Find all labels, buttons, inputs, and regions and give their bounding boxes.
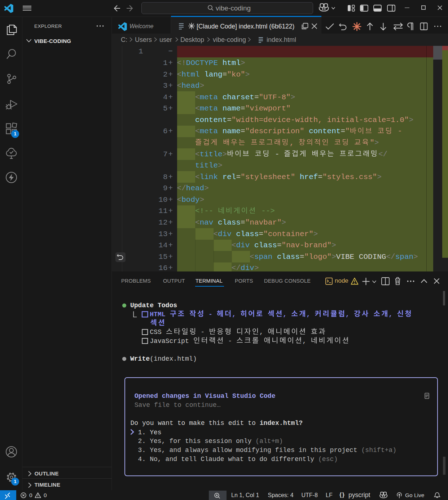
svg-text:file: file xyxy=(154,401,170,409)
svg-text:4.: 4. xyxy=(138,456,146,463)
svg-text:": " xyxy=(370,139,374,147)
svg-text:"viewport": "viewport" xyxy=(245,104,291,113)
svg-text:class: class xyxy=(277,253,300,261)
svg-text:+: + xyxy=(168,230,173,238)
svg-text:"width=device-width,: "width=device-width, xyxy=(232,116,322,124)
svg-text:+: + xyxy=(168,184,173,192)
svg-text:title: title xyxy=(195,161,218,170)
svg-text:"container": "container" xyxy=(263,230,313,238)
svg-text:+: + xyxy=(168,207,173,215)
svg-text:=: = xyxy=(241,218,245,227)
svg-text:(alt+m): (alt+m) xyxy=(255,438,283,445)
svg-text:rel: rel xyxy=(223,173,236,181)
svg-text:"ko": "ko" xyxy=(227,70,245,79)
svg-text:<: < xyxy=(195,93,200,101)
svg-text:>: > xyxy=(254,264,259,271)
svg-text:do: do xyxy=(259,456,267,463)
svg-text:div: div xyxy=(241,264,254,271)
svg-text:1: 1 xyxy=(163,59,168,67)
svg-text:=: = xyxy=(318,173,322,181)
svg-text:=: = xyxy=(236,173,241,181)
svg-text:>: > xyxy=(409,116,414,124)
svg-text:this: this xyxy=(185,438,201,445)
svg-text:Do: Do xyxy=(130,419,138,427)
svg-text:"styles.css": "styles.css" xyxy=(322,173,377,181)
svg-text:CODING: CODING xyxy=(359,253,386,261)
svg-text:Claude: Claude xyxy=(201,456,224,463)
svg-text:"nav-brand": "nav-brand" xyxy=(282,241,332,249)
svg-text:"navbar": "navbar" xyxy=(245,218,282,227)
svg-text:14: 14 xyxy=(158,241,167,249)
svg-text:<: < xyxy=(195,127,200,135)
svg-text:No,: No, xyxy=(150,456,162,463)
svg-text:Yes: Yes xyxy=(150,429,162,436)
svg-text:>: > xyxy=(282,218,286,227)
svg-text:3: 3 xyxy=(163,82,168,90)
svg-text:": " xyxy=(345,127,350,135)
svg-text:</: </ xyxy=(232,264,241,271)
svg-text:content: content xyxy=(195,116,227,124)
svg-text:>: > xyxy=(313,230,318,238)
svg-text:Studio: Studio xyxy=(232,392,256,400)
svg-text:<: < xyxy=(213,230,218,238)
svg-text:to: to xyxy=(248,456,256,463)
svg-text:link: link xyxy=(200,173,218,181)
svg-text:<: < xyxy=(195,150,200,158)
svg-text:(shift+a): (shift+a) xyxy=(361,447,396,454)
svg-text:+: + xyxy=(168,150,173,158)
svg-text:8: 8 xyxy=(163,173,168,181)
svg-text:=: = xyxy=(254,93,259,101)
svg-text:=: = xyxy=(341,127,345,135)
svg-text:edit: edit xyxy=(228,419,244,427)
svg-text:changes: changes xyxy=(162,392,189,400)
svg-text:+: + xyxy=(168,218,173,227)
svg-text:=: = xyxy=(241,104,245,113)
svg-text:<: < xyxy=(177,82,182,90)
svg-text:to: to xyxy=(248,419,256,427)
svg-text:=: = xyxy=(241,127,245,135)
svg-text:"UTF-8": "UTF-8" xyxy=(259,93,291,101)
svg-text:>: > xyxy=(200,82,205,90)
svg-text:meta: meta xyxy=(200,93,218,101)
svg-text:class: class xyxy=(254,241,277,249)
svg-text:>: > xyxy=(245,70,250,79)
svg-text:(esc): (esc) xyxy=(318,456,338,463)
svg-text:files: files xyxy=(275,447,295,454)
svg-text:<: < xyxy=(195,173,200,181)
svg-text:=: = xyxy=(227,116,232,124)
svg-text:>: > xyxy=(413,253,418,261)
svg-text:+: + xyxy=(168,104,173,113)
svg-text:meta: meta xyxy=(200,104,218,113)
svg-text:"logo": "logo" xyxy=(304,253,332,261)
svg-text:<: < xyxy=(232,241,236,249)
svg-text:html: html xyxy=(223,59,241,67)
svg-text:in: in xyxy=(193,392,201,400)
svg-text:15: 15 xyxy=(158,253,167,261)
svg-text:initial-scale=1.0": initial-scale=1.0" xyxy=(327,116,409,124)
svg-text:>: > xyxy=(331,253,336,261)
svg-text:head: head xyxy=(186,184,204,192)
svg-text:div: div xyxy=(218,230,232,238)
svg-text:make: make xyxy=(189,419,205,427)
svg-text:what: what xyxy=(228,456,243,463)
svg-text:span: span xyxy=(254,253,272,261)
svg-text:+: + xyxy=(168,196,173,204)
svg-text:title: title xyxy=(200,150,223,158)
svg-text:this: this xyxy=(209,419,224,427)
svg-text:class: class xyxy=(218,218,241,227)
svg-text:<: < xyxy=(177,196,182,204)
svg-text:name: name xyxy=(223,104,241,113)
svg-text:4: 4 xyxy=(163,93,168,101)
svg-text:1.: 1. xyxy=(138,429,146,436)
svg-text:class: class xyxy=(236,230,259,238)
svg-text:3.: 3. xyxy=(138,447,146,454)
svg-text:>: > xyxy=(374,139,379,147)
svg-text:project: project xyxy=(330,447,357,454)
svg-text:+: + xyxy=(168,241,173,249)
svg-text:"stylesheet": "stylesheet" xyxy=(241,173,295,181)
svg-text:"description": "description" xyxy=(245,127,304,135)
svg-text:<!: <! xyxy=(177,59,186,67)
svg-text:</: </ xyxy=(386,253,395,261)
svg-text:to: to xyxy=(174,401,181,409)
svg-text:Visual: Visual xyxy=(205,392,228,400)
